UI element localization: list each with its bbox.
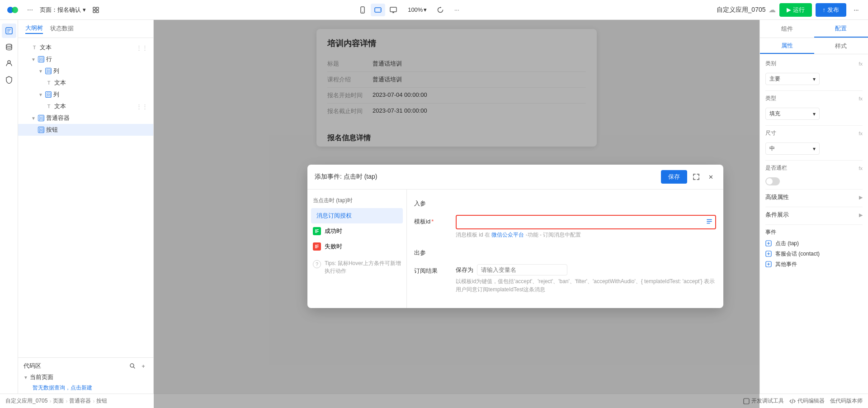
- save-button[interactable]: 保存: [661, 170, 687, 184]
- chevron-down-icon2: ▾: [424, 6, 427, 13]
- tree-item-col1[interactable]: ▼ 回 列: [18, 65, 153, 77]
- mobile-device-btn[interactable]: [355, 4, 370, 16]
- event-other-link[interactable]: 其他事件: [765, 261, 863, 268]
- refresh-icon[interactable]: [434, 4, 447, 16]
- variable-name-input[interactable]: [477, 264, 567, 275]
- bar-toggle[interactable]: [765, 177, 780, 185]
- topbar-more-icon[interactable]: ···: [850, 4, 863, 16]
- hint-link[interactable]: 微信公众平台: [491, 232, 524, 238]
- add-icon[interactable]: +: [139, 361, 148, 370]
- event-item-fail[interactable]: IF 失败时: [307, 239, 406, 254]
- sub-tab-style[interactable]: 样式: [814, 38, 868, 54]
- tree-item-col2[interactable]: ▼ 回 列: [18, 89, 153, 100]
- tree-arrow: ▼: [31, 57, 36, 62]
- desktop-device-btn[interactable]: [386, 4, 401, 16]
- user-icon[interactable]: [2, 56, 16, 71]
- drag-icon: ⋮⋮: [136, 103, 148, 110]
- event-contact-link[interactable]: 客服会话 (contact): [765, 250, 863, 258]
- join-label: 入参: [414, 197, 450, 208]
- event-tap-label: 点击 (tap): [775, 240, 799, 247]
- condition-section[interactable]: 条件展示 ▶: [765, 211, 863, 219]
- version-btn[interactable]: 低代码版本师: [830, 397, 863, 405]
- version-label: 低代码版本师: [830, 397, 863, 405]
- svg-point-12: [6, 44, 12, 47]
- template-id-value: 消息模板 id 在 微信公众平台 -功能 - 订阅消息中配置: [456, 215, 716, 239]
- type-label: 类别: [765, 60, 776, 67]
- database-icon[interactable]: [2, 40, 16, 54]
- tablet-device-btn[interactable]: [371, 4, 385, 16]
- event-item-success[interactable]: IF 成功时: [307, 223, 406, 239]
- page-selector[interactable]: 页面：报名确认 ▾: [40, 6, 86, 14]
- tree-arrow: ▼: [38, 68, 43, 74]
- size-value: fx: [859, 131, 863, 136]
- expand-icon[interactable]: [691, 171, 702, 182]
- config-result-row: 订阅结果 保存为 以模板id为键值，值包括'accept'、'reject'、'…: [414, 264, 716, 294]
- device-buttons: [355, 4, 401, 16]
- more-options-icon[interactable]: ···: [450, 4, 463, 16]
- tab-config[interactable]: 配置: [814, 20, 868, 38]
- outline-icon[interactable]: [2, 24, 16, 38]
- app-title-text: 自定义应用_0705: [717, 6, 766, 14]
- text-icon: T: [31, 44, 38, 51]
- chevron-down-icon3: ▾: [813, 76, 816, 82]
- tree-item-button[interactable]: 回 按钮: [18, 124, 153, 136]
- advanced-section[interactable]: 高级属性 ▶: [765, 193, 863, 201]
- template-input-wrapper: [456, 215, 716, 229]
- tree-item-text2[interactable]: T 文本: [18, 77, 153, 89]
- breadcrumb-page[interactable]: 页面: [53, 397, 64, 405]
- leave-label: 出参: [414, 246, 450, 257]
- breadcrumb-container[interactable]: 普通容器: [69, 397, 91, 405]
- breadcrumb-app[interactable]: 自定义应用_0705: [5, 397, 47, 405]
- search-icon[interactable]: [128, 361, 137, 370]
- divider3: [765, 160, 863, 161]
- publish-button[interactable]: ↑ 发布: [816, 3, 847, 17]
- event-tap-link[interactable]: 点击 (tap): [765, 240, 863, 247]
- tree-item-text1[interactable]: T 文本 ⋮⋮: [18, 42, 153, 53]
- size-select-value: 中: [769, 145, 775, 152]
- menu-icon[interactable]: ⋯: [24, 4, 36, 16]
- left-icon-bar: [0, 20, 18, 408]
- code-editor-btn[interactable]: 代码编辑器: [789, 397, 825, 405]
- type-value: fx: [859, 61, 863, 66]
- breadcrumb-button[interactable]: 按钮: [96, 397, 107, 405]
- zoom-selector[interactable]: 100% ▾: [404, 5, 430, 14]
- tree-item-container[interactable]: ▼ 回 普通容器: [18, 112, 153, 124]
- text-icon: T: [45, 103, 52, 110]
- svg-point-13: [8, 61, 10, 63]
- tree-item-text3[interactable]: T 文本 ⋮⋮: [18, 100, 153, 112]
- event-other-label: 其他事件: [775, 261, 797, 268]
- tab-components[interactable]: 组件: [760, 20, 814, 38]
- size-fx-btn[interactable]: fx: [859, 131, 863, 136]
- bar-fx-btn[interactable]: fx: [859, 166, 863, 171]
- variable-picker-icon[interactable]: [706, 218, 712, 226]
- page-action-icon[interactable]: [90, 4, 102, 16]
- code-empty-link[interactable]: 暂无数据查询，点击新建: [24, 383, 148, 393]
- bar-value: fx: [859, 166, 863, 171]
- tab-state-data[interactable]: 状态数据: [50, 24, 74, 33]
- kind-fx-btn[interactable]: fx: [859, 96, 863, 101]
- current-page-section[interactable]: ▼ 当前页面: [24, 373, 148, 381]
- close-icon[interactable]: ✕: [705, 171, 716, 182]
- type-select[interactable]: 主要 ▾: [765, 73, 820, 85]
- tips-icon: ?: [313, 260, 321, 268]
- tab-outline[interactable]: 大纲树: [25, 24, 43, 34]
- template-id-input[interactable]: [456, 215, 716, 229]
- topbar: ⋯ 页面：报名确认 ▾ 100% ▾ ··· 自定义应用_0705: [0, 0, 868, 20]
- size-select[interactable]: 中 ▾: [765, 142, 820, 155]
- kind-select[interactable]: 填充 ▾: [765, 108, 820, 120]
- run-button[interactable]: ▶ 运行: [779, 3, 812, 17]
- prop-bar-row: 是否通栏 fx: [765, 164, 863, 172]
- type-fx-btn[interactable]: fx: [859, 61, 863, 66]
- kind-select-value: 填充: [769, 110, 780, 118]
- divider6: [765, 224, 863, 225]
- shield-icon[interactable]: [2, 72, 16, 87]
- right-panel-tabs: 组件 配置: [760, 20, 868, 38]
- event-other-icon: [765, 261, 773, 268]
- code-area-actions: +: [128, 361, 148, 370]
- tree-item-row[interactable]: ▼ 回 行: [18, 53, 153, 65]
- sub-tab-props[interactable]: 属性: [760, 38, 814, 54]
- tree-arrow: ▼: [38, 92, 43, 97]
- box-icon: 回: [38, 115, 44, 121]
- svg-rect-4: [93, 10, 95, 13]
- event-item-msg-sub[interactable]: 消息订阅授权: [311, 208, 403, 223]
